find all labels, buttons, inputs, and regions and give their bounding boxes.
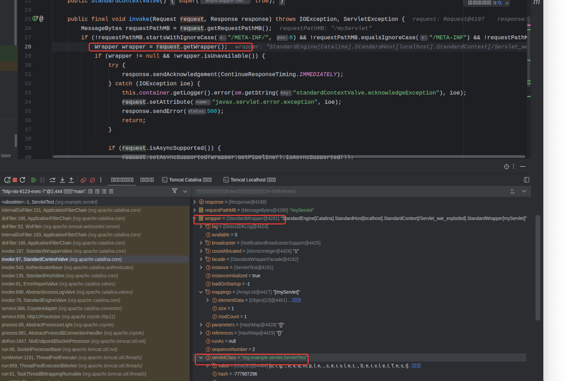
- svg-text:f: f: [208, 282, 209, 286]
- svg-text:f: f: [208, 274, 209, 278]
- svg-text:f: f: [214, 298, 216, 302]
- svg-text:f: f: [208, 265, 209, 269]
- svg-text:f: f: [214, 372, 216, 376]
- svg-text:f: f: [208, 249, 209, 253]
- svg-text:f: f: [208, 233, 209, 237]
- svg-text:p: p: [200, 200, 202, 204]
- svg-text:f: f: [208, 323, 209, 327]
- svg-text:f: f: [208, 347, 209, 351]
- svg-text:f: f: [208, 241, 209, 245]
- svg-text:f: f: [208, 257, 209, 261]
- svg-text:f: f: [214, 314, 216, 319]
- svg-text:f: f: [208, 224, 209, 229]
- svg-text:f: f: [208, 290, 209, 294]
- svg-text:f: f: [208, 331, 209, 335]
- svg-text:f: f: [208, 339, 209, 343]
- svg-text:f: f: [214, 306, 216, 310]
